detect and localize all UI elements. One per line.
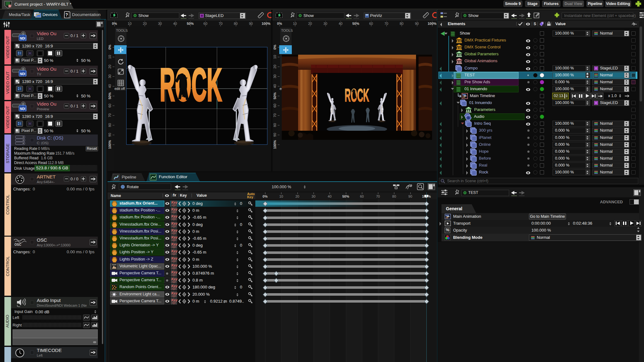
svg-text:OSC: OSC xyxy=(14,243,21,246)
svg-text:NDI: NDI xyxy=(20,72,25,76)
svg-text:?: ? xyxy=(65,12,68,17)
svg-text:NDI: NDI xyxy=(20,37,25,40)
svg-text:ROCK: ROCK xyxy=(345,85,369,105)
svg-text:ROCK: ROCK xyxy=(160,59,222,111)
svg-text:NDI: NDI xyxy=(20,107,25,111)
